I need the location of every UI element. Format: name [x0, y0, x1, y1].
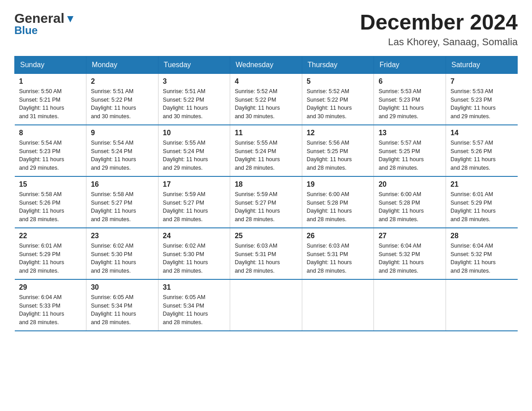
day-number: 31	[163, 283, 226, 291]
day-number: 4	[235, 77, 297, 86]
day-info: Sunrise: 6:03 AM Sunset: 5:31 PM Dayligh…	[307, 242, 369, 275]
col-friday: Friday	[374, 56, 446, 73]
day-info: Sunrise: 5:58 AM Sunset: 5:26 PM Dayligh…	[19, 190, 82, 224]
day-number: 21	[450, 180, 513, 188]
col-thursday: Thursday	[302, 56, 374, 73]
day-number: 16	[91, 180, 154, 188]
table-row: 11 Sunrise: 5:55 AM Sunset: 5:24 PM Dayl…	[230, 125, 302, 176]
page-header: General Blue December 2024 Las Khorey, S…	[14, 11, 518, 48]
day-info: Sunrise: 5:58 AM Sunset: 5:27 PM Dayligh…	[91, 190, 154, 224]
day-number: 1	[19, 77, 82, 86]
logo-general-text: General	[14, 11, 64, 26]
table-row: 29 Sunrise: 6:04 AM Sunset: 5:33 PM Dayl…	[15, 279, 86, 331]
day-number: 28	[450, 232, 513, 240]
day-info: Sunrise: 5:55 AM Sunset: 5:24 PM Dayligh…	[163, 139, 226, 172]
table-row: 21 Sunrise: 6:01 AM Sunset: 5:29 PM Dayl…	[446, 176, 518, 228]
day-number: 30	[91, 283, 154, 291]
day-info: Sunrise: 6:04 AM Sunset: 5:32 PM Dayligh…	[450, 242, 513, 275]
calendar-title: December 2024	[360, 11, 518, 34]
day-number: 18	[235, 180, 297, 188]
day-number: 6	[378, 77, 441, 86]
table-row: 24 Sunrise: 6:02 AM Sunset: 5:30 PM Dayl…	[158, 228, 230, 279]
day-number: 22	[19, 232, 82, 240]
day-number: 20	[378, 180, 441, 188]
table-row: 1 Sunrise: 5:50 AM Sunset: 5:21 PM Dayli…	[15, 73, 86, 125]
col-monday: Monday	[86, 56, 158, 73]
calendar-row: 15 Sunrise: 5:58 AM Sunset: 5:26 PM Dayl…	[15, 176, 518, 228]
day-info: Sunrise: 6:01 AM Sunset: 5:29 PM Dayligh…	[450, 190, 513, 224]
day-number: 10	[163, 129, 226, 137]
svg-marker-0	[67, 16, 73, 22]
table-row: 6 Sunrise: 5:53 AM Sunset: 5:23 PM Dayli…	[374, 73, 446, 125]
day-info: Sunrise: 6:01 AM Sunset: 5:29 PM Dayligh…	[19, 242, 82, 275]
table-row: 20 Sunrise: 6:00 AM Sunset: 5:28 PM Dayl…	[374, 176, 446, 228]
table-row: 5 Sunrise: 5:52 AM Sunset: 5:22 PM Dayli…	[302, 73, 374, 125]
col-saturday: Saturday	[446, 56, 518, 73]
day-info: Sunrise: 6:00 AM Sunset: 5:28 PM Dayligh…	[307, 190, 369, 224]
day-info: Sunrise: 6:04 AM Sunset: 5:33 PM Dayligh…	[19, 293, 82, 327]
calendar-subtitle: Las Khorey, Sanaag, Somalia	[360, 36, 518, 48]
day-info: Sunrise: 5:51 AM Sunset: 5:22 PM Dayligh…	[91, 87, 154, 121]
day-info: Sunrise: 5:59 AM Sunset: 5:27 PM Dayligh…	[235, 190, 297, 224]
day-number: 8	[19, 129, 82, 137]
day-number: 29	[19, 283, 82, 291]
calendar-row: 1 Sunrise: 5:50 AM Sunset: 5:21 PM Dayli…	[15, 73, 518, 125]
day-number: 12	[307, 129, 369, 137]
day-number: 17	[163, 180, 226, 188]
table-row: 19 Sunrise: 6:00 AM Sunset: 5:28 PM Dayl…	[302, 176, 374, 228]
table-row: 15 Sunrise: 5:58 AM Sunset: 5:26 PM Dayl…	[15, 176, 86, 228]
day-number: 11	[235, 129, 297, 137]
day-info: Sunrise: 5:56 AM Sunset: 5:25 PM Dayligh…	[307, 139, 369, 172]
table-row: 12 Sunrise: 5:56 AM Sunset: 5:25 PM Dayl…	[302, 125, 374, 176]
logo: General Blue	[14, 11, 75, 37]
table-row: 4 Sunrise: 5:52 AM Sunset: 5:22 PM Dayli…	[230, 73, 302, 125]
table-row: 14 Sunrise: 5:57 AM Sunset: 5:26 PM Dayl…	[446, 125, 518, 176]
col-sunday: Sunday	[15, 56, 86, 73]
day-info: Sunrise: 6:04 AM Sunset: 5:32 PM Dayligh…	[378, 242, 441, 275]
day-info: Sunrise: 6:02 AM Sunset: 5:30 PM Dayligh…	[91, 242, 154, 275]
calendar-header: Sunday Monday Tuesday Wednesday Thursday…	[15, 56, 518, 73]
table-row: 17 Sunrise: 5:59 AM Sunset: 5:27 PM Dayl…	[158, 176, 230, 228]
day-number: 24	[163, 232, 226, 240]
table-row: 10 Sunrise: 5:55 AM Sunset: 5:24 PM Dayl…	[158, 125, 230, 176]
day-info: Sunrise: 5:54 AM Sunset: 5:23 PM Dayligh…	[19, 139, 82, 172]
day-info: Sunrise: 6:05 AM Sunset: 5:34 PM Dayligh…	[163, 293, 226, 327]
day-number: 26	[307, 232, 369, 240]
table-row: 30 Sunrise: 6:05 AM Sunset: 5:34 PM Dayl…	[86, 279, 158, 331]
day-info: Sunrise: 5:52 AM Sunset: 5:22 PM Dayligh…	[307, 87, 369, 121]
day-info: Sunrise: 6:03 AM Sunset: 5:31 PM Dayligh…	[235, 242, 297, 275]
table-row: 25 Sunrise: 6:03 AM Sunset: 5:31 PM Dayl…	[230, 228, 302, 279]
col-tuesday: Tuesday	[158, 56, 230, 73]
table-row: 23 Sunrise: 6:02 AM Sunset: 5:30 PM Dayl…	[86, 228, 158, 279]
day-number: 2	[91, 77, 154, 86]
table-row: 18 Sunrise: 5:59 AM Sunset: 5:27 PM Dayl…	[230, 176, 302, 228]
day-info: Sunrise: 5:53 AM Sunset: 5:23 PM Dayligh…	[450, 87, 513, 121]
calendar-body: 1 Sunrise: 5:50 AM Sunset: 5:21 PM Dayli…	[15, 73, 518, 331]
calendar-table: Sunday Monday Tuesday Wednesday Thursday…	[14, 56, 518, 331]
table-row	[230, 279, 302, 331]
day-info: Sunrise: 5:57 AM Sunset: 5:26 PM Dayligh…	[450, 139, 513, 172]
table-row: 22 Sunrise: 6:01 AM Sunset: 5:29 PM Dayl…	[15, 228, 86, 279]
day-number: 27	[378, 232, 441, 240]
day-info: Sunrise: 5:59 AM Sunset: 5:27 PM Dayligh…	[163, 190, 226, 224]
table-row: 31 Sunrise: 6:05 AM Sunset: 5:34 PM Dayl…	[158, 279, 230, 331]
day-info: Sunrise: 5:57 AM Sunset: 5:25 PM Dayligh…	[378, 139, 441, 172]
table-row: 3 Sunrise: 5:51 AM Sunset: 5:22 PM Dayli…	[158, 73, 230, 125]
day-info: Sunrise: 5:53 AM Sunset: 5:23 PM Dayligh…	[378, 87, 441, 121]
table-row	[374, 279, 446, 331]
table-row: 7 Sunrise: 5:53 AM Sunset: 5:23 PM Dayli…	[446, 73, 518, 125]
day-info: Sunrise: 6:02 AM Sunset: 5:30 PM Dayligh…	[163, 242, 226, 275]
day-info: Sunrise: 5:51 AM Sunset: 5:22 PM Dayligh…	[163, 87, 226, 121]
day-number: 3	[163, 77, 226, 86]
day-number: 5	[307, 77, 369, 86]
logo-triangle-icon	[65, 14, 75, 24]
day-number: 14	[450, 129, 513, 137]
calendar-row: 29 Sunrise: 6:04 AM Sunset: 5:33 PM Dayl…	[15, 279, 518, 331]
day-number: 9	[91, 129, 154, 137]
table-row	[302, 279, 374, 331]
table-row: 2 Sunrise: 5:51 AM Sunset: 5:22 PM Dayli…	[86, 73, 158, 125]
table-row: 16 Sunrise: 5:58 AM Sunset: 5:27 PM Dayl…	[86, 176, 158, 228]
day-number: 25	[235, 232, 297, 240]
day-number: 7	[450, 77, 513, 86]
day-info: Sunrise: 5:52 AM Sunset: 5:22 PM Dayligh…	[235, 87, 297, 121]
